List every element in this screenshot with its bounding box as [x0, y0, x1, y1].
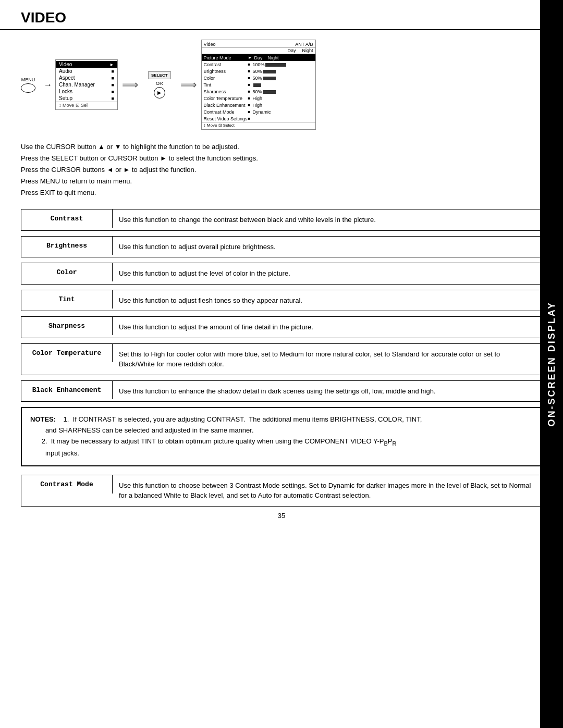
feature-desc-color: Use this function to adjust the level of…: [113, 263, 542, 284]
menu-item-video: Video►: [56, 61, 117, 68]
feature-desc-brightness: Use this function to adjust overall pict…: [113, 237, 542, 257]
detail-row-reset: Reset Video Settings ■: [202, 115, 315, 122]
feature-desc-contrast-mode: Use this function to choose between 3 Co…: [113, 475, 542, 506]
day-label: Day: [288, 48, 296, 53]
feature-label-black-enhance: Black Enhancement: [21, 381, 113, 399]
notes-title: NOTES:: [30, 415, 56, 423]
detail-row-contrast-mode: Contrast Mode ■ Dynamic: [202, 108, 315, 115]
instruction-1: Use the CURSOR button ▲ or ▼ to highligh…: [21, 141, 542, 153]
instructions-block: Use the CURSOR button ▲ or ▼ to highligh…: [21, 141, 542, 199]
menu-footer: ↕ Move ⊡ Sel: [56, 102, 117, 108]
feature-label-contrast: Contrast: [21, 209, 113, 228]
feature-label-color: Color: [21, 263, 113, 281]
or-label: OR: [156, 81, 163, 86]
feature-label-brightness: Brightness: [21, 237, 113, 255]
menu-item-setup: Setup■: [56, 95, 117, 102]
select-button-diagram: SELECT: [148, 71, 171, 79]
circle-arrow-icon: ►: [154, 87, 165, 98]
detail-header: Video ANT A/B: [202, 41, 315, 48]
instruction-5: Press EXIT to quit menu.: [21, 187, 542, 199]
detail-row-sharpness: Sharpness ■ 50%: [202, 88, 315, 95]
feature-desc-sharpness: Use this function to adjust the amount o…: [113, 317, 542, 338]
note-2: 2. It may be necessary to adjust TINT to…: [30, 437, 396, 457]
feature-row-brightness: Brightness Use this function to adjust o…: [21, 236, 542, 258]
detail-row-tint: Tint ■: [202, 81, 315, 88]
detail-row-color: Color ■ 50%: [202, 75, 315, 81]
features-section: Contrast Use this function to change the…: [21, 209, 542, 402]
big-arrow-1: ⟹: [122, 78, 139, 92]
page-number: 35: [21, 512, 542, 520]
menu-item-audio: Audio■: [56, 68, 117, 75]
feature-row-contrast: Contrast Use this function to change the…: [21, 209, 542, 231]
page-title: VIDEO: [0, 0, 563, 30]
detail-footer: ↕ Move ⊡ Select: [202, 122, 315, 128]
detail-row-picture-mode: Picture Mode ► Day Night: [202, 54, 315, 61]
instruction-4: Press MENU to return to main menu.: [21, 176, 542, 187]
ant-header: ANT A/B: [295, 42, 313, 47]
feature-label-tint: Tint: [21, 290, 113, 309]
big-arrow-2: ⟹: [180, 78, 197, 92]
menu-oval: [21, 83, 35, 93]
detail-video-label: Video: [204, 42, 216, 47]
menu-item-aspect: Aspect■: [56, 75, 117, 81]
menu-item-locks: Locks■: [56, 88, 117, 95]
feature-desc-color-temp: Set this to High for cooler color with m…: [113, 344, 542, 375]
feature-desc-black-enhance: Use this function to enhance the shadow …: [113, 381, 542, 402]
detail-row-color-temp: Color Temperature ■ High: [202, 95, 315, 102]
feature-row-contrast-mode: Contrast Mode Use this function to choos…: [21, 475, 542, 507]
note-1: 1. If CONTRAST is selected, you are adju…: [30, 415, 422, 434]
instruction-2: Press the SELECT button or CURSOR button…: [21, 153, 542, 164]
feature-row-color-temp: Color Temperature Set this to High for c…: [21, 343, 542, 375]
night-label: Night: [302, 48, 313, 53]
notes-section: NOTES: 1. If CONTRAST is selected, you a…: [21, 407, 542, 466]
instruction-3: Press the CURSOR buttons ◄ or ► to adjus…: [21, 164, 542, 176]
vertical-label: ON-SCREEN DISPLAY: [540, 0, 563, 728]
detail-row-black-enhance: Black Enhancement ■ High: [202, 102, 315, 108]
main-menu-box: Video► Audio■ Aspect■ Chan. Manager■ Loc…: [55, 59, 118, 110]
detail-row-brightness: Brightness ■ 50%: [202, 68, 315, 75]
feature-desc-tint: Use this function to adjust flesh tones …: [113, 290, 542, 311]
feature-row-color: Color Use this function to adjust the le…: [21, 263, 542, 285]
vertical-label-text: ON-SCREEN DISPLAY: [546, 301, 557, 426]
detail-menu-box: Video ANT A/B Day Night Picture Mode ► D…: [201, 40, 316, 130]
feature-row-tint: Tint Use this function to adjust flesh t…: [21, 290, 542, 312]
feature-label-contrast-mode: Contrast Mode: [21, 475, 113, 493]
feature-row-black-enhance: Black Enhancement Use this function to e…: [21, 380, 542, 402]
diagram-section: MENU → Video► Audio■ Aspect■ Chan. Manag…: [21, 40, 542, 130]
detail-daynight-header: Day Night: [202, 48, 315, 54]
menu-item-chan-manager: Chan. Manager■: [56, 81, 117, 88]
feature-desc-contrast: Use this function to change the contrast…: [113, 209, 542, 230]
menu-label: MENU: [21, 77, 35, 82]
middle-select-section: SELECT OR ►: [148, 71, 171, 98]
feature-label-color-temp: Color Temperature: [21, 344, 113, 362]
arrow-to-menu: →: [44, 80, 52, 90]
feature-label-sharpness: Sharpness: [21, 317, 113, 335]
feature-row-sharpness: Sharpness Use this function to adjust th…: [21, 316, 542, 338]
detail-row-contrast: Contrast ■ 100%: [202, 61, 315, 68]
menu-icon: MENU: [21, 77, 35, 93]
